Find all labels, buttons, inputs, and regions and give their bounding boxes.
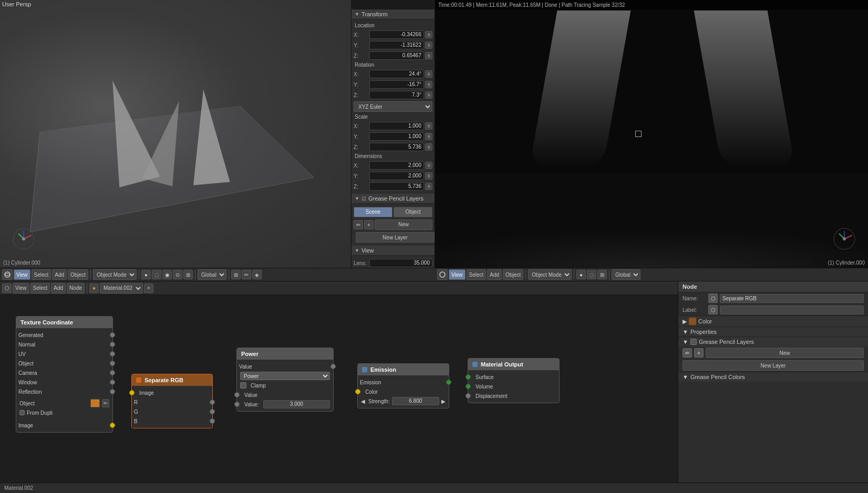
toolbar-mode-select[interactable]: Object Mode <box>93 269 137 280</box>
socket-sep-b-out[interactable] <box>210 418 215 424</box>
dim-y-field[interactable]: 2.000 <box>369 172 424 180</box>
toolbar-r-view-btn[interactable]: View <box>449 269 466 280</box>
socket-camera-out[interactable] <box>110 370 115 375</box>
scale-z-field[interactable]: 5.736 <box>369 143 424 151</box>
toolbar-r-shading1-icon[interactable]: ● <box>576 270 586 279</box>
socket-sep-r-out[interactable] <box>210 400 215 405</box>
right-props-header[interactable]: ▼ Properties <box>678 327 868 337</box>
node-view-btn[interactable]: View <box>13 283 29 293</box>
socket-reflection-out[interactable] <box>110 389 115 394</box>
node-power-mode-select[interactable]: Power <box>240 372 330 380</box>
right-label-field[interactable] <box>720 306 864 314</box>
dim-z-field[interactable]: 5.736 <box>369 182 424 191</box>
node-node-btn[interactable]: Node <box>67 283 85 293</box>
right-gp-colors-section[interactable]: ▼ Grease Pencil Colors <box>678 372 868 382</box>
node-add-btn[interactable]: Add <box>51 283 66 293</box>
toolbar-r-select-btn[interactable]: Select <box>467 269 487 280</box>
scale-x-copy[interactable]: ⎘ <box>425 122 432 130</box>
rot-z-field[interactable]: 7.3° <box>369 91 424 99</box>
node-emission[interactable]: Emission Emission Color ◀ Strength: 6.80… <box>357 363 449 408</box>
node-material-output[interactable]: Material Output Surface Volume Displacem… <box>468 358 560 403</box>
toolbar-shading-wire-icon[interactable]: ◌ <box>152 270 161 279</box>
right-gp-pencil-icon[interactable]: ✏ <box>683 348 692 358</box>
right-name-field[interactable] <box>720 294 864 303</box>
toolbar-r-add-btn[interactable]: Add <box>487 269 502 280</box>
socket-normal-out[interactable] <box>110 342 115 347</box>
loc-y-copy[interactable]: ⎘ <box>425 41 432 49</box>
gp-checkbox[interactable]: ☑ <box>361 196 366 202</box>
socket-object-out[interactable] <box>110 361 115 366</box>
viewport-right[interactable]: Time:00:01.49 | Mem:11.61M, Peak:11.65M … <box>435 0 868 268</box>
right-gp-new-btn[interactable]: New <box>706 348 864 358</box>
toolbar-shading-solid-icon[interactable]: ● <box>141 270 151 279</box>
dim-z-copy[interactable]: ⎘ <box>425 183 432 190</box>
socket-power-value-out[interactable] <box>330 364 336 369</box>
gp-object-tab[interactable]: Object <box>394 207 432 217</box>
toolbar-add-btn[interactable]: Add <box>52 269 67 280</box>
node-power-clamp-check[interactable] <box>240 382 246 389</box>
scale-x-field[interactable]: 1.000 <box>369 122 424 130</box>
node-tc-obj-swatch[interactable] <box>90 399 100 407</box>
toolbar-r-snap-icon[interactable]: ⊞ <box>597 270 607 279</box>
toolbar-sphere-icon[interactable] <box>2 269 13 280</box>
socket-image-out[interactable] <box>110 423 115 428</box>
gp-add-icon[interactable]: + <box>364 220 374 229</box>
toolbar-shading-rendered-icon[interactable]: ◉ <box>162 270 172 279</box>
node-icon[interactable]: ⬡ <box>2 284 12 293</box>
rot-x-copy[interactable]: ⎘ <box>425 70 432 78</box>
loc-x-copy[interactable]: ⎘ <box>425 31 432 38</box>
right-label-icon-btn[interactable]: ⬡ <box>708 305 718 314</box>
right-gp-header[interactable]: ▼ Grease Pencil Layers <box>678 337 868 347</box>
socket-displacement-in[interactable] <box>466 393 471 398</box>
toolbar-view-btn[interactable]: View <box>14 269 30 280</box>
toolbar-snap-icon[interactable]: ⊞ <box>183 270 193 279</box>
transform-section-header[interactable]: ▼ Transform <box>352 9 435 19</box>
right-gp-add-icon[interactable]: + <box>694 348 704 358</box>
dim-x-field[interactable]: 2.000 <box>369 161 424 170</box>
socket-emission-out[interactable] <box>446 380 451 385</box>
toolbar-r-global-select[interactable]: Global <box>612 269 640 280</box>
scale-y-field[interactable]: 1.000 <box>369 132 424 141</box>
scale-z-copy[interactable]: ⎘ <box>425 143 432 151</box>
loc-x-field[interactable]: -0.34266 <box>369 30 424 39</box>
toolbar-global-select[interactable]: Global <box>198 269 226 280</box>
node-material-select[interactable]: Material.002 <box>100 283 143 293</box>
rotation-mode-select[interactable]: XYZ Euler <box>354 101 432 112</box>
toolbar-r-mode-select[interactable]: Object Mode <box>528 269 572 280</box>
toolbar-pivot-icon[interactable]: ⊙ <box>173 270 182 279</box>
loc-z-field[interactable]: 0.65467 <box>369 51 424 60</box>
gp-scene-tab[interactable]: Scene <box>354 207 392 217</box>
rot-y-field[interactable]: -16.7° <box>369 80 424 89</box>
node-emission-strength-field[interactable]: 6.800 <box>392 397 439 405</box>
toolbar-sculpt-icon[interactable]: ◈ <box>252 270 262 279</box>
node-tc-obj-eyedrop[interactable]: ✏ <box>102 399 109 407</box>
rot-z-copy[interactable]: ⎘ <box>425 91 432 99</box>
right-color-header[interactable]: ▶ Color <box>678 316 868 327</box>
socket-sep-g-out[interactable] <box>210 409 215 414</box>
socket-power-value-in[interactable] <box>234 392 240 397</box>
view-section-header[interactable]: ▼ View <box>352 246 435 256</box>
scale-y-copy[interactable]: ⎘ <box>425 133 432 140</box>
viewport-left[interactable]: (1) Cylinder.000 <box>0 0 351 268</box>
rot-x-field[interactable]: 24.4° <box>369 70 424 78</box>
node-power-val2-field[interactable]: 3.000 <box>263 400 330 408</box>
toolbar-r-sphere-icon[interactable] <box>437 269 448 280</box>
node-canvas[interactable]: Texture Coordinate Generated Normal UV O… <box>0 295 678 493</box>
socket-sep-image-in[interactable] <box>129 390 135 395</box>
node-power[interactable]: Power Value Power Clamp Va <box>236 348 334 412</box>
socket-uv-out[interactable] <box>110 351 115 356</box>
toolbar-select-btn[interactable]: Select <box>32 269 51 280</box>
gp-pencil-icon[interactable]: ✏ <box>354 220 363 229</box>
toolbar-paint-icon[interactable]: ✏ <box>242 270 251 279</box>
loc-z-copy[interactable]: ⎘ <box>425 52 432 59</box>
dim-x-copy[interactable]: ⎘ <box>425 162 432 169</box>
node-texture-coordinate[interactable]: Texture Coordinate Generated Normal UV O… <box>16 316 113 433</box>
node-new-icon[interactable]: + <box>144 284 153 293</box>
right-gp-checkbox[interactable] <box>690 339 697 345</box>
socket-volume-in[interactable] <box>466 384 471 389</box>
rot-y-copy[interactable]: ⎘ <box>425 81 432 88</box>
right-gp-new-layer-btn[interactable]: New Layer <box>683 360 864 371</box>
socket-window-out[interactable] <box>110 380 115 385</box>
loc-y-field[interactable]: -1.31622 <box>369 41 424 49</box>
lens-field[interactable]: 35.000 <box>369 259 432 267</box>
